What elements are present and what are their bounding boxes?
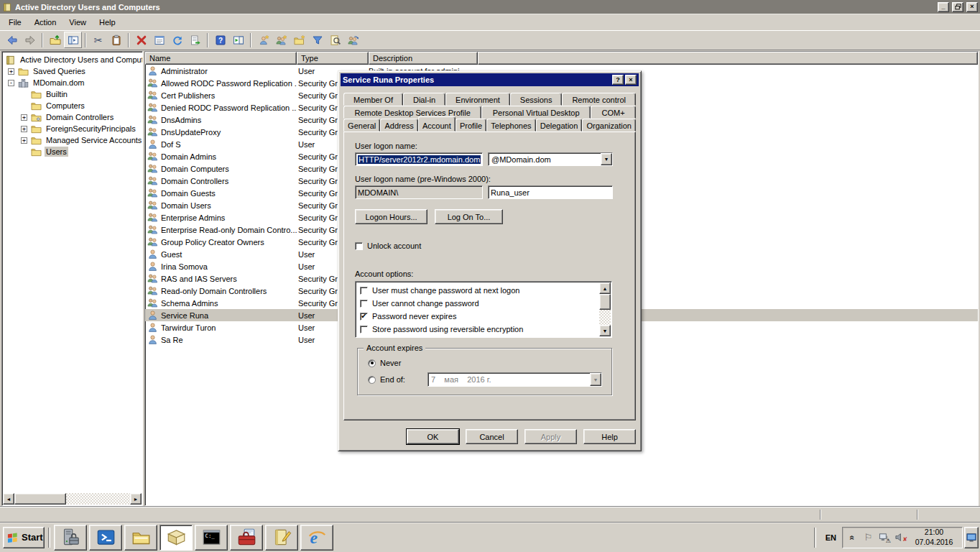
tree-item-active-directory-users-and-comput[interactable]: Active Directory Users and Comput (2, 54, 142, 65)
filter-button[interactable] (308, 32, 326, 48)
menu-view[interactable]: View (63, 15, 93, 29)
new-user-button[interactable] (254, 32, 272, 48)
help-button[interactable]: ? (211, 32, 229, 48)
expand-icon[interactable]: + (21, 126, 27, 132)
menu-action[interactable]: Action (28, 15, 63, 29)
radio-selected-icon[interactable] (368, 359, 376, 367)
toolbox-button[interactable] (230, 525, 263, 551)
tree-item-domain-controllers[interactable]: +Domain Controllers (2, 111, 142, 123)
tab-organization[interactable]: Organization (582, 119, 636, 132)
tree-item-computers[interactable]: Computers (2, 100, 142, 111)
expand-icon[interactable]: + (8, 68, 14, 75)
help-button[interactable]: Help (583, 429, 636, 444)
expires-end-of-radio[interactable]: End of: (368, 375, 405, 384)
export-list-button[interactable] (186, 32, 204, 48)
tree-item-users[interactable]: Users (2, 146, 142, 157)
explorer-button[interactable] (124, 525, 157, 551)
user-logon-name-input[interactable]: HTTP/server2012r2.mdomain.dom (355, 152, 483, 166)
radio-icon[interactable] (368, 376, 376, 384)
cmd-button[interactable]: C:_ (195, 525, 228, 551)
tree-item-managed-service-accounts[interactable]: +Managed Service Accounts (2, 134, 142, 146)
network-status-icon[interactable]: ⚠ (879, 532, 889, 543)
tab-com[interactable]: COM+ (591, 106, 636, 119)
action-pane-button[interactable] (229, 32, 247, 48)
internet-explorer-button[interactable]: e (300, 525, 333, 551)
dialog-titlebar[interactable]: Service Runa Properties ? × (341, 73, 639, 86)
show-hidden-icons-chevron[interactable]: « (847, 532, 858, 543)
account-options-listbox[interactable]: User must change password at next logonU… (355, 281, 612, 338)
aduc-button[interactable] (160, 525, 193, 551)
close-button[interactable]: × (966, 2, 978, 12)
options-vertical-scrollbar[interactable]: ▲ ▼ (599, 282, 611, 336)
checkbox-icon[interactable] (360, 300, 368, 308)
tab-environment[interactable]: Environment (445, 93, 510, 106)
ok-button[interactable]: OK (407, 429, 459, 444)
find-button[interactable] (326, 32, 344, 48)
volume-muted-icon[interactable]: ✘ (895, 532, 905, 543)
menu-help[interactable]: Help (93, 15, 122, 29)
expand-icon[interactable]: + (21, 114, 27, 121)
forward-button[interactable] (21, 32, 39, 48)
expand-icon[interactable]: + (21, 137, 27, 144)
tab-address[interactable]: Address (380, 119, 418, 132)
up-one-level-button[interactable] (46, 32, 64, 48)
clock[interactable]: 21:00 07.04.2016 (910, 528, 958, 546)
tab-profile[interactable]: Profile (456, 119, 486, 132)
tab-account[interactable]: Account (418, 116, 456, 132)
column-header-type[interactable]: Type (297, 52, 369, 65)
tree-horizontal-scrollbar[interactable]: ◄ ► (3, 493, 142, 505)
cancel-button[interactable]: Cancel (466, 429, 518, 444)
checkbox-icon[interactable] (355, 242, 363, 250)
dialog-close-button[interactable]: × (625, 75, 637, 85)
unlock-account-checkbox[interactable]: Unlock account (355, 242, 421, 250)
logon-hours-button[interactable]: Logon Hours... (355, 209, 427, 224)
delegate-button[interactable] (344, 32, 362, 48)
pre2000-user-input[interactable]: Runa_user (488, 185, 613, 199)
refresh-button[interactable] (168, 32, 186, 48)
tab-delegation[interactable]: Delegation (536, 119, 583, 132)
scroll-left-icon[interactable]: ◄ (3, 493, 14, 505)
tree-item-saved-queries[interactable]: +Saved Queries (2, 65, 142, 77)
tab-sessions[interactable]: Sessions (510, 93, 563, 106)
server-manager-button[interactable] (54, 525, 87, 551)
tab-general[interactable]: General (343, 119, 380, 132)
scrollbar-thumb[interactable] (599, 294, 611, 310)
window-titlebar[interactable]: Active Directory Users and Computers _ × (0, 0, 980, 14)
back-button[interactable] (3, 32, 21, 48)
paste-button[interactable] (107, 32, 125, 48)
tab-personal-virtual-desktop[interactable]: Personal Virtual Desktop (481, 106, 591, 119)
tab-member-of[interactable]: Member Of (343, 93, 403, 106)
checkbox-icon[interactable] (360, 326, 368, 334)
powershell-button[interactable] (89, 525, 122, 551)
console-tree-button[interactable] (64, 32, 82, 48)
option-user-cannot-change-password[interactable]: User cannot change password (356, 297, 611, 310)
new-ou-button[interactable] (290, 32, 308, 48)
collapse-icon[interactable]: - (8, 80, 14, 86)
language-indicator[interactable]: EN (820, 533, 842, 542)
tree-item-foreignsecurityprincipals[interactable]: +ForeignSecurityPrincipals (2, 123, 142, 134)
show-desktop-button[interactable] (964, 527, 979, 548)
domain-suffix-combo[interactable]: @MDomain.dom ▼ (488, 152, 613, 166)
scrollbar-thumb[interactable] (14, 493, 66, 505)
expires-never-radio[interactable]: Never (368, 359, 401, 367)
minimize-button[interactable]: _ (938, 2, 949, 12)
tab-remote-desktop-services-profile[interactable]: Remote Desktop Services Profile (343, 106, 481, 119)
cut-button[interactable]: ✂ (89, 32, 107, 48)
scroll-up-icon[interactable]: ▲ (599, 282, 611, 294)
column-header-name[interactable]: Name (145, 52, 297, 65)
tab-dial-in[interactable]: Dial-in (403, 93, 445, 106)
option-password-never-expires[interactable]: ✔Password never expires (356, 310, 611, 323)
scroll-down-icon[interactable]: ▼ (599, 325, 611, 336)
restore-button[interactable] (952, 2, 963, 12)
menu-file[interactable]: File (2, 15, 28, 29)
action-center-flag-icon[interactable]: ⚐ (863, 532, 874, 543)
checkbox-checked-icon[interactable]: ✔ (360, 313, 368, 321)
column-header-description[interactable]: Description (369, 52, 478, 65)
option-user-must-change-password-at-next-logon[interactable]: User must change password at next logon (356, 284, 611, 297)
dialog-help-button[interactable]: ? (612, 75, 624, 85)
editor-button[interactable] (265, 525, 298, 551)
scroll-right-icon[interactable]: ► (130, 493, 142, 505)
log-on-to-button[interactable]: Log On To... (435, 209, 503, 224)
tree-item-mdomain-dom[interactable]: -MDomain.dom (2, 77, 142, 88)
delete-button[interactable] (132, 32, 150, 48)
